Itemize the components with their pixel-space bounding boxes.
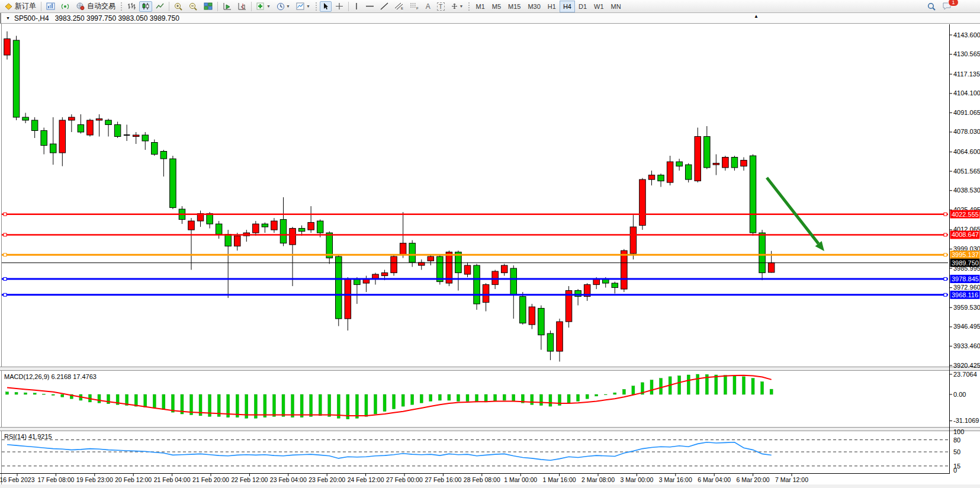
- cursor-button[interactable]: [320, 1, 332, 12]
- chart-shift-button[interactable]: [235, 1, 249, 12]
- text-tool-label: A: [426, 2, 430, 11]
- zoom-out-icon: [189, 2, 198, 11]
- chart-ohlc-values: 3983.250 3997.750 3983.050 3989.750: [55, 14, 179, 23]
- trendline-button[interactable]: [378, 1, 391, 12]
- timeframe-button-M5[interactable]: M5: [489, 1, 505, 12]
- timeframe-button-MN[interactable]: MN: [608, 1, 625, 12]
- chevron-down-icon[interactable]: ▼: [6, 16, 10, 20]
- vertical-line-button[interactable]: [351, 1, 362, 12]
- toolbar-separator: [217, 2, 218, 11]
- tile-windows-icon: [204, 2, 213, 10]
- timeframe-button-W1[interactable]: W1: [590, 1, 608, 12]
- time-tick-label: 6 Mar 20:00: [737, 476, 770, 483]
- notification-badge[interactable]: 1: [948, 0, 959, 7]
- time-tick-label: 19 Feb 23:00: [76, 476, 113, 483]
- price-tick-label: 3959.530: [953, 304, 980, 311]
- time-tick-label: 2 Mar 08:00: [581, 476, 615, 483]
- price-tick-label: 4143.600: [953, 31, 980, 38]
- price-label-text: 4008.647: [952, 231, 979, 238]
- svg-text:E: E: [401, 7, 403, 10]
- templates-icon: [296, 2, 305, 10]
- timeframe-group: M1M5M15M30H1H4D1W1MN: [472, 1, 624, 12]
- fibonacci-button[interactable]: F: [407, 1, 422, 12]
- cursor-icon: [322, 2, 329, 10]
- search-button[interactable]: [925, 1, 939, 12]
- price-tick-label: 4130.565: [953, 50, 980, 57]
- price-tick-label: 4104.100: [953, 89, 980, 97]
- timeframe-button-M15[interactable]: M15: [505, 1, 524, 12]
- trendline-icon: [380, 2, 388, 10]
- charts-window-button[interactable]: [44, 1, 57, 12]
- toolbar-drag-handle: [315, 2, 317, 11]
- horizontal-line-button[interactable]: [363, 1, 377, 12]
- auto-scroll-icon: [223, 2, 232, 10]
- equidistant-channel-button[interactable]: E: [392, 1, 406, 12]
- rsi-axis-label: 50: [953, 448, 960, 455]
- text-tool-button[interactable]: A: [423, 1, 433, 12]
- time-tick-label: 16 Feb 2023: [0, 476, 35, 483]
- indicators-button[interactable]: ▼: [254, 1, 273, 12]
- line-chart-icon: [156, 2, 164, 10]
- periods-button[interactable]: ▼: [274, 1, 293, 12]
- chart-title-bar[interactable]: ▼ SP500-,H4 3983.250 3997.750 3983.050 3…: [0, 13, 980, 24]
- price-tick-label: 3972.960: [953, 284, 980, 291]
- zoom-in-icon: [174, 2, 183, 11]
- rsi-axis-label: 0: [953, 467, 957, 474]
- autotrade-button[interactable]: 自动交易: [73, 1, 118, 12]
- chevron-down-icon: ▼: [286, 4, 290, 8]
- time-tick-label: 28 Feb 08:00: [464, 476, 500, 483]
- price-tick-label: 3946.495: [953, 323, 980, 330]
- timeframe-button-M30[interactable]: M30: [524, 1, 544, 12]
- line-chart-button[interactable]: [153, 1, 166, 12]
- bar-chart-button[interactable]: [125, 1, 138, 12]
- autotrade-icon: [76, 2, 85, 10]
- toolbar-separator: [169, 2, 169, 11]
- horizontal-line-icon: [365, 2, 374, 10]
- new-order-label: 新订单: [15, 1, 36, 11]
- timeframe-button-D1[interactable]: D1: [575, 1, 590, 12]
- arrows-tool-button[interactable]: ▼: [448, 1, 466, 12]
- tile-windows-button[interactable]: [201, 1, 215, 12]
- templates-button[interactable]: ▼: [294, 1, 313, 12]
- macd-label: MACD(12,26,9) 6.2168 17.4763: [4, 373, 97, 380]
- signal-button[interactable]: [59, 1, 72, 12]
- price-tick-label: 3933.460: [953, 342, 980, 349]
- time-tick-label: 27 Feb 16:00: [425, 476, 461, 483]
- price-tick-label: 4091.065: [953, 109, 980, 116]
- toolbar-drag-handle: [120, 2, 123, 11]
- time-tick-label: 6 Mar 04:00: [698, 476, 731, 483]
- autotrade-label: 自动交易: [87, 1, 115, 11]
- candlestick-chart-button[interactable]: [139, 1, 152, 12]
- timeframe-button-M1[interactable]: M1: [472, 1, 488, 12]
- equidistant-channel-icon: E: [394, 2, 404, 10]
- price-label-text: 3968.116: [952, 291, 978, 298]
- zoom-out-button[interactable]: [187, 1, 200, 12]
- new-order-button[interactable]: 新订单: [2, 1, 38, 12]
- price-tick-label: 4117.135: [953, 70, 980, 78]
- price-tick-label: 4051.565: [953, 168, 980, 175]
- text-label-icon: T: [437, 2, 445, 11]
- timeframe-button-H1[interactable]: H1: [544, 1, 560, 12]
- timeframe-button-H4[interactable]: H4: [560, 1, 575, 12]
- price-label-text: 3989.750: [952, 259, 979, 267]
- zoom-in-button[interactable]: [172, 1, 185, 12]
- price-tick-label: 4038.530: [953, 187, 980, 194]
- rsi-label: RSI(14) 41.9215: [4, 433, 52, 440]
- mt4-terminal-window: { "toolbar": { "new_order_label": "新订单",…: [0, 0, 980, 488]
- macd-axis-label: -31.1069: [953, 417, 979, 424]
- price-label-text: 3995.137: [952, 251, 979, 258]
- auto-scroll-button[interactable]: [220, 1, 234, 12]
- text-label-tool-button[interactable]: T: [435, 1, 447, 12]
- charts-window-icon: [46, 2, 55, 10]
- time-tick-label: 20 Feb 12:00: [115, 476, 152, 483]
- time-tick-label: 17 Feb 08:00: [37, 476, 74, 483]
- toolbar-drag-handle: [468, 2, 470, 11]
- chevron-down-icon: ▼: [306, 4, 310, 8]
- chart-canvas[interactable]: 4143.6004130.5654117.1354104.1004091.065…: [0, 24, 980, 488]
- price-tick-label: 3920.425: [953, 362, 980, 369]
- clock-icon: [277, 2, 285, 11]
- arrows-tool-icon: [451, 2, 458, 10]
- rsi-axis-label: 80: [953, 436, 960, 444]
- crosshair-button[interactable]: [333, 1, 346, 12]
- time-tick-label: 27 Feb 00:00: [386, 476, 423, 483]
